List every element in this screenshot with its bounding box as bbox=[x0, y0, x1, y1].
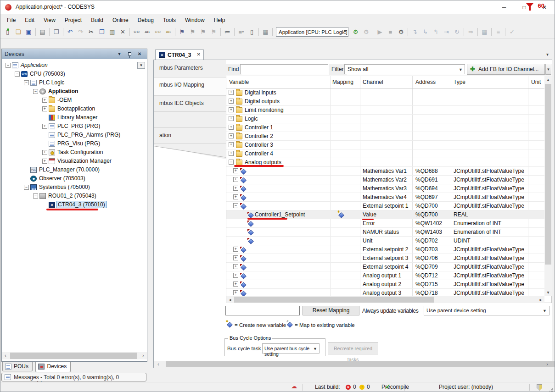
row-expander-icon[interactable]: + bbox=[229, 99, 234, 104]
tab-close-icon[interactable]: ✕ bbox=[197, 52, 201, 57]
reset-mapping-button[interactable]: Reset Mapping bbox=[303, 306, 359, 315]
redo-icon[interactable]: ↷ bbox=[75, 27, 86, 37]
check-all-icon[interactable]: ✓ bbox=[507, 27, 517, 37]
menu-build[interactable]: Build bbox=[86, 15, 108, 25]
insert-dropdown-icon[interactable]: ▦▾ bbox=[236, 27, 247, 37]
messages-bar[interactable]: Messages - Total 0 error(s), 0 warning(s… bbox=[1, 373, 146, 381]
properties-list-icon[interactable]: ≔ bbox=[222, 27, 233, 37]
table-row[interactable]: +Controller 1 bbox=[226, 123, 544, 132]
panel-close-icon[interactable]: ✕ bbox=[136, 50, 143, 58]
table-row[interactable]: +Analog output 3%QD718JCmpUtilItf.stFloa… bbox=[226, 289, 544, 296]
tree-expander-icon[interactable]: − bbox=[15, 72, 20, 77]
side-tab-mbus-iec-objects[interactable]: mbus IEC Objects bbox=[154, 95, 226, 111]
undo-icon[interactable]: ↶ bbox=[65, 27, 75, 37]
tree-expander-icon[interactable]: + bbox=[42, 159, 47, 164]
table-row[interactable]: +Analog output 1%QD712JCmpUtilItf.stFloa… bbox=[226, 271, 544, 280]
column-header-mapping[interactable]: Mapping bbox=[332, 79, 353, 85]
run-to-cursor-icon[interactable]: ⇥ bbox=[441, 27, 452, 37]
table-row[interactable]: +Logic bbox=[226, 115, 544, 123]
active-application-combo[interactable]: Application [CPU: PLC Logic]▼ bbox=[276, 27, 348, 37]
tree-item-plc-prg-prg-[interactable]: +PLC_PRG (PRG) bbox=[2, 122, 147, 131]
column-header-type[interactable]: Type bbox=[454, 79, 465, 85]
row-expander-icon[interactable]: + bbox=[233, 273, 238, 278]
tree-item-plc-manager-70-0000-[interactable]: PLC_Manager (70.0000) bbox=[2, 166, 147, 174]
page-copy-icon[interactable]: ❐ bbox=[51, 27, 62, 37]
tab-devices[interactable]: Devices bbox=[35, 362, 71, 372]
step-into-icon[interactable]: ↳ bbox=[420, 27, 431, 37]
scroll-left-icon[interactable]: ‹ bbox=[2, 352, 9, 359]
tree-expander-icon[interactable]: + bbox=[42, 106, 47, 111]
minimize-button[interactable]: ─ bbox=[494, 0, 514, 14]
tree-expander-icon[interactable]: − bbox=[6, 63, 11, 68]
panel-dropdown-icon[interactable]: ▾ bbox=[116, 50, 123, 58]
tree-expander-icon[interactable]: − bbox=[33, 193, 38, 199]
login-icon[interactable]: ⚙ bbox=[350, 27, 361, 37]
row-expander-icon[interactable]: + bbox=[229, 107, 234, 112]
row-expander-icon[interactable]: − bbox=[229, 160, 234, 165]
tree-item-application[interactable]: −Application▼ bbox=[2, 61, 147, 70]
bus-cycle-task-combo[interactable]: Use parent bus cycle setting▼ bbox=[262, 343, 320, 353]
row-expander-icon[interactable]: + bbox=[229, 125, 234, 130]
pin-icon[interactable] bbox=[126, 50, 133, 58]
menu-view[interactable]: View bbox=[39, 15, 60, 25]
open-project-icon[interactable]: ❏ bbox=[13, 27, 23, 37]
recreate-tasks-button[interactable]: Recreate required tasks bbox=[328, 342, 378, 354]
row-expander-icon[interactable]: + bbox=[233, 177, 238, 182]
tree-item-visualization-manager[interactable]: +Visualization Manager bbox=[2, 157, 147, 166]
clear-bookmarks-icon[interactable]: ⚑ bbox=[208, 27, 219, 37]
row-expander-icon[interactable]: + bbox=[233, 186, 238, 191]
editor-tab-ctr04_3[interactable]: CTR04_3 ✕ bbox=[155, 50, 204, 60]
table-row[interactable]: +Digital inputs bbox=[226, 88, 544, 97]
find-icon[interactable]: ⊙⊙ bbox=[131, 27, 142, 37]
logout-icon[interactable]: ⚙ bbox=[361, 27, 371, 37]
table-row[interactable]: +Controller 2 bbox=[226, 132, 544, 141]
replace-in-project-icon[interactable]: AB bbox=[163, 27, 174, 37]
symbol-configuration-icon[interactable]: ▦ bbox=[260, 27, 271, 37]
tree-item-plc-prg-alarms-prg-[interactable]: PLC_PRG_Alarms (PRG) bbox=[2, 131, 147, 139]
table-row[interactable]: +Controller 3 bbox=[226, 141, 544, 149]
scrollbar-thumb[interactable] bbox=[10, 353, 137, 359]
table-vscrollbar[interactable]: ▴ ▾ bbox=[544, 76, 552, 296]
step-out-icon[interactable]: ↰ bbox=[431, 27, 441, 37]
menu-debug[interactable]: Debug bbox=[133, 15, 158, 25]
scrollbar-thumb[interactable] bbox=[234, 297, 434, 303]
menu-edit[interactable]: Edit bbox=[20, 15, 39, 25]
stop-icon[interactable]: ■ bbox=[385, 27, 396, 37]
add-fb-button[interactable]: ✚Add FB for IO Channel... bbox=[467, 64, 545, 75]
menu-help[interactable]: Help bbox=[209, 15, 230, 25]
table-hscrollbar[interactable]: ◂ ▸ bbox=[226, 296, 544, 303]
tree-expander-icon[interactable]: − bbox=[33, 89, 38, 94]
row-expander-icon[interactable]: + bbox=[233, 290, 238, 295]
row-expander-icon[interactable]: + bbox=[233, 282, 238, 287]
find-in-project-icon[interactable]: ⊙⊙ bbox=[152, 27, 163, 37]
column-header-variable[interactable]: Variable bbox=[229, 79, 249, 85]
row-expander-icon[interactable]: + bbox=[233, 194, 238, 199]
tree-item-application[interactable]: −Application bbox=[2, 87, 147, 96]
update-variables-combo[interactable]: Use parent device setting▼ bbox=[424, 306, 549, 315]
side-tab-mbus-parameters[interactable]: mbus Parameters bbox=[154, 60, 226, 77]
paste-icon[interactable]: ▥ bbox=[107, 27, 118, 37]
row-expander-icon[interactable]: + bbox=[233, 168, 238, 173]
menu-file[interactable]: File bbox=[2, 15, 20, 25]
table-row[interactable]: +Mathematics Var3%QD694JCmpUtilItf.stFlo… bbox=[226, 184, 544, 193]
table-row[interactable]: +Limit monitoring bbox=[226, 106, 544, 115]
previous-bookmark-icon[interactable]: ⚑ bbox=[187, 27, 198, 37]
tree-item-systembus-705000-[interactable]: −Systembus (705000) bbox=[2, 183, 147, 192]
row-expander-icon[interactable]: + bbox=[229, 133, 234, 138]
step-over-icon[interactable]: ↴ bbox=[409, 27, 420, 37]
edit-declaration-icon[interactable]: ≡ bbox=[493, 27, 504, 37]
scroll-right-icon[interactable]: › bbox=[544, 361, 551, 368]
table-row[interactable]: +Mathematics Var2%QD691JCmpUtilItf.stFlo… bbox=[226, 176, 544, 184]
menu-online[interactable]: Online bbox=[108, 15, 133, 25]
table-row[interactable]: +External setpoint 4%QD709JCmpUtilItf.st… bbox=[226, 263, 544, 271]
tab-list-dropdown-icon[interactable]: ▾ bbox=[546, 52, 549, 57]
tree-item--oem[interactable]: +-OEM bbox=[2, 96, 147, 105]
table-row[interactable]: +Analog output 2%QD715JCmpUtilItf.stFloa… bbox=[226, 280, 544, 289]
tree-item-prg-visu-prg-[interactable]: PRG_Visu (PRG) bbox=[2, 139, 147, 148]
column-header-address[interactable]: Address bbox=[415, 79, 436, 85]
tree-item-plc-logic[interactable]: −PLC Logic bbox=[2, 78, 147, 87]
jump-to-icon[interactable]: ⇒ bbox=[465, 27, 476, 37]
tree-item-bootapplication[interactable]: +Bootapplication bbox=[2, 105, 147, 113]
tree-expander-icon[interactable]: − bbox=[24, 80, 29, 85]
table-row[interactable]: +Mathematics Var4%QD697JCmpUtilItf.stFlo… bbox=[226, 193, 544, 202]
